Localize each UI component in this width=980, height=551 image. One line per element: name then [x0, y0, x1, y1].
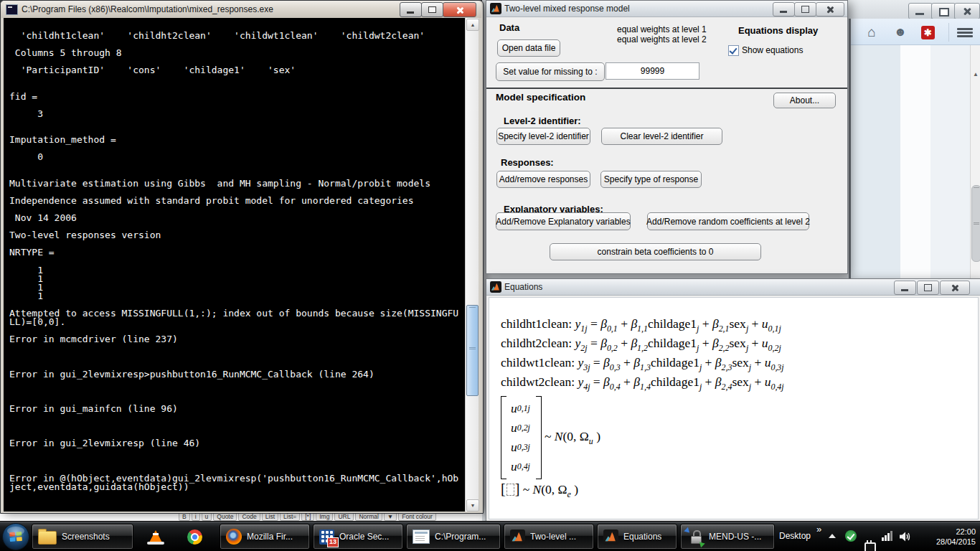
matlab-icon — [603, 529, 618, 545]
desktop-chevron[interactable]: » — [816, 524, 821, 534]
equations-canvas: childht1clean: y1j = β0,1 + β1,1childage… — [489, 297, 979, 519]
vlc-icon — [149, 530, 163, 544]
taskbar-item-mend-us[interactable]: MEND-US -... — [680, 524, 775, 550]
network-signal-icon[interactable] — [882, 531, 893, 541]
model-specification-label: Model specification — [496, 92, 585, 103]
equations-maximize-button[interactable] — [917, 281, 939, 295]
taskbar-item-chrome-icon[interactable] — [179, 524, 209, 550]
console-icon — [413, 529, 430, 544]
update-status-icon[interactable] — [845, 530, 857, 542]
browser-restore-button[interactable] — [931, 3, 956, 19]
random-effects-matrix: u0,1ju0,2ju0,3ju0,4j ~ N(0, Ωu ) — [501, 396, 784, 479]
add-remove-random-coefficients-button[interactable]: Add/Remove random coefficients at level … — [647, 212, 809, 230]
home-icon[interactable]: ⌂ — [864, 25, 880, 39]
equation-line: childwt1clean: y3j = β0,3 + β1,3childage… — [501, 355, 784, 375]
missing-value-input[interactable] — [606, 62, 699, 80]
console-scrollbar[interactable]: ▲ ▼ — [465, 18, 479, 512]
console-app-icon — [6, 4, 18, 15]
taskbar-item-label: Mozilla Fir... — [247, 532, 293, 542]
equations-window: Equations childht1clean: y1j = β0,1 + β1… — [486, 278, 980, 522]
taskbar-item-two-level[interactable]: Two-level ... — [504, 524, 594, 550]
console-restore-button[interactable] — [421, 2, 443, 17]
matlab-icon — [510, 529, 525, 545]
dialog-maximize-button[interactable] — [794, 2, 816, 17]
matlab-icon — [490, 281, 501, 293]
level2-identifier-label: Level-2 identifier: — [504, 116, 581, 126]
equation-line: childht1clean: y1j = β0,1 + β1,1childage… — [501, 316, 784, 336]
taskbar-item-oracle-sec[interactable]: 13Oracle Sec... — [313, 524, 403, 550]
equations-display-label: Equations display — [738, 25, 818, 36]
console-close-button[interactable] — [443, 2, 476, 17]
lastpass-icon[interactable]: ✱ — [921, 26, 935, 39]
constrain-beta-button[interactable]: constrain beta coefficients to 0 — [550, 243, 761, 260]
matrix-entry: u0,2j — [511, 418, 530, 438]
specify-type-of-response-button[interactable]: Specify type of response — [600, 171, 702, 188]
taskbar-item-screenshots[interactable]: Screenshots — [32, 524, 133, 550]
specify-level2-identifier-button[interactable]: Specify level-2 identifier — [496, 128, 590, 145]
open-data-file-button[interactable]: Open data file — [497, 39, 560, 57]
equal-weights-level1-label: equal weights at level 1 — [617, 24, 707, 34]
equation-line: childwt2clean: y4j = β0,4 + β1,4childage… — [501, 375, 784, 394]
console-minimize-button[interactable] — [400, 2, 422, 17]
taskbar-item-equations[interactable]: Equations — [597, 524, 677, 550]
equations-minimize-button[interactable] — [894, 281, 916, 295]
scroll-down-icon[interactable]: ▼ — [466, 499, 479, 512]
matrix-entry: u0,4j — [511, 457, 530, 476]
residual-distribution-line: [] ~ N(0, Ωe ) — [501, 481, 784, 500]
taskbar-item-label: Two-level ... — [530, 532, 576, 542]
chrome-icon — [187, 529, 202, 545]
console-window: C:\Program Files (x86)\Realcom\Imputatio… — [0, 0, 484, 514]
equations-content: childht1clean: y1j = β0,1 + β1,1childage… — [501, 316, 784, 500]
u-distribution: ~ N(0, Ωu ) — [545, 429, 600, 447]
folder-icon — [38, 531, 57, 545]
taskbar-item-c-program[interactable]: C:\Program... — [406, 524, 501, 550]
equations-close-button[interactable] — [940, 281, 970, 295]
menu-hamburger-icon[interactable] — [957, 28, 973, 38]
show-equations-checkbox[interactable] — [728, 45, 739, 56]
taskbar: ScreenshotsMozilla Fir...13Oracle Sec...… — [0, 521, 980, 551]
safely-remove-hardware-icon[interactable] — [864, 542, 876, 551]
matrix-entry: u0,3j — [511, 438, 530, 457]
matrix-entry: u0,1j — [511, 399, 530, 418]
chat-smiley-icon[interactable]: ☻ — [892, 25, 908, 39]
model-dialog-title: Two-level mixed response model — [504, 4, 630, 14]
add-remove-explanatory-button[interactable]: Add/Remove Explanatory variables — [496, 212, 631, 230]
model-dialog-window: Two-level mixed response model Data equa… — [486, 0, 848, 274]
taskbar-item-vlc-icon[interactable] — [141, 524, 171, 550]
clear-level2-identifier-button[interactable]: Clear level-2 identifier — [601, 128, 722, 145]
scroll-up-icon[interactable]: ▲ — [466, 19, 479, 31]
show-hidden-icons-button[interactable] — [829, 534, 836, 538]
notification-badge: 13 — [327, 537, 339, 547]
scroll-up-icon[interactable]: ▲ — [971, 70, 980, 80]
desktop-toolbar[interactable]: Desktop — [779, 531, 811, 541]
browser-close-button[interactable] — [954, 3, 980, 19]
about-button[interactable]: About... — [773, 93, 836, 108]
start-button[interactable] — [1, 522, 30, 551]
responses-label: Responses: — [501, 157, 554, 168]
show-equations-label: Show equations — [742, 45, 803, 55]
residual-vector-placeholder — [507, 484, 514, 496]
browser-minimize-button[interactable] — [908, 3, 933, 19]
taskbar-item-label: Oracle Sec... — [339, 532, 389, 542]
toolbar-divider — [948, 23, 949, 42]
add-remove-responses-button[interactable]: Add/remove responses — [496, 171, 590, 188]
console-output-area: 'childht1clean' 'childht2clean' 'childwt… — [4, 18, 465, 512]
matrix-bracket-left — [501, 396, 507, 479]
equations-window-title: Equations — [504, 282, 542, 292]
scrollbar-thumb[interactable] — [971, 185, 980, 262]
data-section-label: Data — [499, 22, 519, 33]
taskbar-item-mozilla-fir[interactable]: Mozilla Fir... — [220, 524, 310, 550]
equation-line: childht2clean: y2j = β0,2 + β1,2childage… — [501, 336, 784, 355]
dialog-minimize-button[interactable] — [773, 2, 795, 17]
scrollbar-thumb[interactable] — [466, 305, 479, 396]
taskbar-item-label: MEND-US -... — [709, 532, 761, 542]
set-missing-value-button[interactable]: Set value for missing to : — [496, 62, 605, 81]
console-window-title: C:\Program Files (x86)\Realcom\Imputatio… — [22, 4, 273, 14]
clock-date: 28/04/2015 — [915, 537, 976, 547]
volume-icon[interactable] — [899, 531, 911, 545]
dialog-close-button[interactable] — [816, 2, 844, 17]
taskbar-item-label: C:\Program... — [435, 532, 486, 542]
matlab-icon — [490, 3, 501, 14]
tray-clock[interactable]: 22:00 28/04/2015 — [915, 527, 976, 547]
equal-weights-level2-label: equal weights at level 2 — [617, 34, 707, 44]
